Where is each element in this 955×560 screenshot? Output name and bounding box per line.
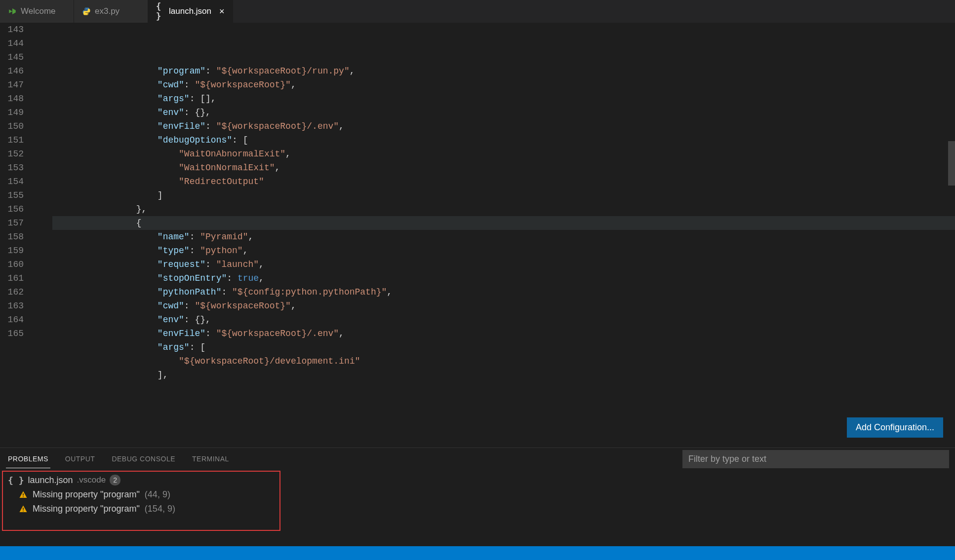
vertical-scrollbar[interactable]: [948, 23, 955, 448]
code-line[interactable]: "RedirectOutput": [52, 175, 955, 188]
problem-file-header[interactable]: { } launch.json .vscode 2: [5, 473, 950, 487]
code-line[interactable]: "args": [: [52, 340, 955, 354]
line-number-gutter: 1431441451461471481491501511521531541551…: [0, 23, 33, 448]
code-line[interactable]: "name": "Pyramid",: [52, 230, 955, 244]
tab-welcome[interactable]: Welcome: [0, 0, 74, 23]
vscode-icon: [8, 7, 17, 16]
panel-tab-debug-console[interactable]: DEBUG CONSOLE: [110, 450, 177, 468]
problems-list: { } launch.json .vscode 2 Missing proper…: [0, 470, 955, 546]
code-line[interactable]: "request": "launch",: [52, 258, 955, 271]
problem-item[interactable]: Missing property "program" (44, 9): [5, 487, 950, 502]
code-line[interactable]: ],: [52, 368, 955, 382]
line-number: 144: [0, 37, 24, 50]
code-line[interactable]: ]: [52, 188, 955, 202]
panel-tab-output[interactable]: OUTPUT: [63, 450, 97, 468]
svg-rect-2: [23, 508, 24, 510]
code-line[interactable]: "cwd": "${workspaceRoot}",: [52, 299, 955, 313]
line-number: 153: [0, 161, 24, 175]
line-number: 160: [0, 258, 24, 271]
svg-rect-1: [23, 496, 24, 497]
problem-file-folder: .vscode: [77, 475, 106, 485]
code-line[interactable]: "WaitOnNormalExit",: [52, 161, 955, 175]
code-line[interactable]: "program": "${workspaceRoot}/run.py",: [52, 64, 955, 78]
line-number: 161: [0, 271, 24, 285]
line-number: 151: [0, 133, 24, 147]
code-line[interactable]: "args": [],: [52, 92, 955, 106]
line-number: 159: [0, 244, 24, 258]
code-line[interactable]: "env": {},: [52, 313, 955, 327]
line-number: 147: [0, 78, 24, 92]
panel-tab-terminal[interactable]: TERMINAL: [190, 450, 231, 468]
line-number: 155: [0, 188, 24, 202]
editor-tab-bar: Welcome ex3.py { } launch.json ×: [0, 0, 955, 23]
code-line[interactable]: {: [52, 216, 955, 230]
problem-location: (154, 9): [145, 504, 175, 514]
fold-gutter: [33, 23, 52, 448]
bottom-panel: PROBLEMS OUTPUT DEBUG CONSOLE TERMINAL {…: [0, 448, 955, 546]
line-number: 162: [0, 285, 24, 299]
problems-filter: [682, 450, 949, 468]
tab-label: launch.json: [169, 6, 211, 16]
line-number: 145: [0, 50, 24, 64]
code-line[interactable]: "env": {},: [52, 106, 955, 119]
line-number: 143: [0, 23, 24, 37]
python-file-icon: [82, 7, 91, 16]
close-icon[interactable]: ×: [219, 6, 225, 17]
problem-message: Missing property "program": [33, 504, 140, 514]
tab-label: Welcome: [21, 6, 56, 16]
svg-rect-0: [23, 493, 24, 496]
problem-location: (44, 9): [145, 489, 170, 500]
warning-icon: [19, 490, 28, 499]
line-number: 152: [0, 147, 24, 161]
problem-item[interactable]: Missing property "program" (154, 9): [5, 502, 950, 516]
tab-label: ex3.py: [95, 6, 119, 16]
line-number: 157: [0, 216, 24, 230]
svg-rect-3: [23, 511, 24, 512]
panel-tab-bar: PROBLEMS OUTPUT DEBUG CONSOLE TERMINAL: [0, 448, 955, 470]
line-number: 150: [0, 119, 24, 133]
problem-count-badge: 2: [110, 475, 120, 485]
code-editor[interactable]: 1431441451461471481491501511521531541551…: [0, 23, 955, 448]
add-configuration-button[interactable]: Add Configuration...: [847, 417, 943, 438]
line-number: 149: [0, 106, 24, 119]
code-line[interactable]: },: [52, 202, 955, 216]
problem-file-name: launch.json: [28, 475, 73, 485]
problem-message: Missing property "program": [33, 489, 140, 500]
code-line[interactable]: "WaitOnAbnormalExit",: [52, 147, 955, 161]
code-content[interactable]: "program": "${workspaceRoot}/run.py", "c…: [52, 23, 955, 448]
line-number: 146: [0, 64, 24, 78]
tab-launch-json[interactable]: { } launch.json ×: [148, 0, 233, 23]
status-bar[interactable]: [0, 546, 955, 560]
code-line[interactable]: "type": "python",: [52, 244, 955, 258]
line-number: 158: [0, 230, 24, 244]
line-number: 156: [0, 202, 24, 216]
filter-input[interactable]: [682, 450, 949, 468]
code-line[interactable]: "pythonPath": "${config:python.pythonPat…: [52, 285, 955, 299]
code-line[interactable]: "stopOnEntry": true,: [52, 271, 955, 285]
code-line[interactable]: "${workspaceRoot}/development.ini": [52, 354, 955, 368]
code-line[interactable]: "envFile": "${workspaceRoot}/.env",: [52, 119, 955, 133]
line-number: 154: [0, 175, 24, 188]
code-line[interactable]: "cwd": "${workspaceRoot}",: [52, 78, 955, 92]
line-number: 164: [0, 313, 24, 327]
code-line[interactable]: "envFile": "${workspaceRoot}/.env",: [52, 327, 955, 340]
panel-tab-problems[interactable]: PROBLEMS: [6, 450, 50, 468]
code-line[interactable]: "debugOptions": [: [52, 133, 955, 147]
line-number: 165: [0, 327, 24, 340]
json-file-icon: { }: [156, 7, 165, 16]
scrollbar-thumb[interactable]: [948, 141, 955, 186]
line-number: 148: [0, 92, 24, 106]
line-number: 163: [0, 299, 24, 313]
warning-icon: [19, 505, 28, 514]
json-file-icon: { }: [8, 475, 24, 485]
tab-ex3-py[interactable]: ex3.py: [74, 0, 148, 23]
